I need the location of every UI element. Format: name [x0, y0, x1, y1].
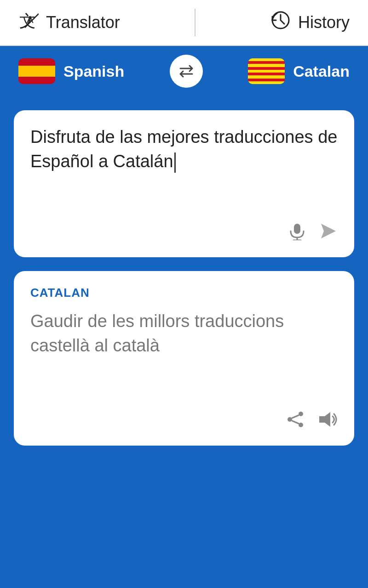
input-text-area[interactable]: Disfruta de las mejores traducciones de … [30, 125, 338, 213]
target-language-name: Catalan [293, 62, 350, 80]
send-button[interactable] [319, 222, 338, 244]
input-actions [30, 222, 338, 244]
catalan-flag [248, 58, 285, 84]
output-card: CATALAN Gaudir de les millors traduccion… [14, 271, 354, 446]
svg-point-8 [299, 412, 303, 416]
input-text: Disfruta de las mejores traducciones de … [30, 127, 337, 171]
output-text: Gaudir de les millors traduccions castel… [30, 309, 338, 358]
svg-line-11 [292, 415, 299, 418]
main-content: Disfruta de las mejores traducciones de … [0, 96, 368, 459]
translator-icon: 文 A [18, 10, 39, 35]
header-divider [195, 9, 196, 36]
history-label: History [298, 13, 350, 32]
svg-marker-7 [321, 224, 336, 238]
language-bar: Spanish Catalan [0, 46, 368, 96]
source-language-selector[interactable]: Spanish [18, 58, 124, 84]
output-actions [30, 410, 338, 433]
input-card: Disfruta de las mejores traducciones de … [14, 110, 354, 257]
spanish-flag [18, 58, 55, 84]
history-nav[interactable]: History [270, 10, 350, 35]
history-icon [270, 10, 291, 35]
swap-languages-button[interactable] [170, 55, 203, 88]
svg-point-9 [288, 417, 292, 422]
source-language-name: Spanish [63, 62, 124, 80]
target-language-selector[interactable]: Catalan [248, 58, 350, 84]
translator-nav[interactable]: 文 A Translator [18, 10, 120, 35]
svg-rect-4 [294, 224, 300, 234]
output-language-label: CATALAN [30, 286, 338, 300]
svg-point-10 [299, 423, 303, 427]
translator-label: Translator [46, 13, 120, 32]
share-button[interactable] [286, 410, 305, 433]
microphone-button[interactable] [288, 222, 306, 244]
svg-marker-13 [319, 412, 330, 427]
speaker-button[interactable] [317, 410, 338, 433]
app-header: 文 A Translator History [0, 0, 368, 46]
text-cursor [174, 153, 176, 173]
svg-line-12 [292, 421, 299, 424]
